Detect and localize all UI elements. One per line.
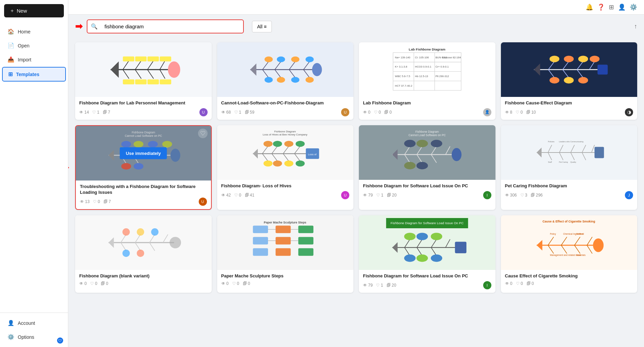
svg-text:Cannot Load Software on PC: Cannot Load Software on PC: [408, 133, 446, 137]
card5-meta: 👁 13 ♡ 0 🗐 7 U: [80, 198, 207, 206]
svg-point-67: [564, 56, 574, 62]
template-card-4[interactable]: Fishbone Cause-Effect Diagram 👁 8 ♡ 0 🗐 …: [501, 42, 638, 120]
card2-stats: 👁 68 ♡ 1 🗐 59: [221, 110, 254, 115]
card5-heart-icon[interactable]: ♡: [198, 129, 208, 138]
svg-point-104: [264, 141, 273, 147]
sidebar-item-home[interactable]: 🏠 Home: [2, 25, 66, 38]
svg-rect-167: [276, 237, 291, 244]
svg-text:Pet Caring: Pet Caring: [559, 161, 568, 163]
template-card-2[interactable]: Cannot-Load-Software-on-PC-Fishbone-Diag…: [217, 42, 354, 120]
card2-thumb: [217, 42, 354, 97]
card2-title: Cannot-Load-Software-on-PC-Fishbone-Diag…: [221, 100, 350, 106]
sidebar-open-label: Open: [18, 43, 29, 48]
svg-rect-170: [298, 237, 313, 244]
fishbone-svg-9: [82, 218, 205, 267]
sidebar-item-import[interactable]: 📥 Import: [2, 53, 66, 66]
sidebar-item-options[interactable]: ⚙️ Options 🛡: [2, 330, 66, 344]
settings-icon[interactable]: ⚙️: [630, 3, 637, 11]
svg-line-138: [560, 153, 563, 160]
card9-stats: 👁 0 ♡ 0 🗐 0: [79, 281, 108, 286]
svg-point-88: [121, 163, 131, 170]
template-card-10[interactable]: Paper Mache Sculpture Steps: [217, 215, 354, 293]
svg-point-105: [273, 141, 282, 147]
svg-line-61: [577, 61, 583, 70]
svg-rect-17: [148, 79, 159, 84]
svg-point-196: [593, 238, 604, 252]
svg-rect-130: [595, 147, 604, 158]
svg-line-22: [263, 61, 269, 70]
card8-likes: ♡ 3: [520, 193, 528, 198]
svg-line-7: [123, 70, 129, 78]
template-card-5[interactable]: Fishbone Diagram Cannot Load Software on…: [75, 125, 212, 210]
svg-rect-164: [253, 237, 268, 244]
topbar: 🔔 ❓ ⊞ 👤 ⚙️: [68, 0, 644, 15]
svg-point-115: [452, 148, 462, 161]
card12-title: Cause Effect of Cigarette Smoking: [505, 273, 633, 279]
sidebar-import-label: Import: [18, 57, 31, 62]
svg-text:Paper Mache Sculpture Steps: Paper Mache Sculpture Steps: [264, 220, 307, 224]
use-immediately-button[interactable]: Use immediately: [120, 147, 167, 159]
svg-line-132: [548, 145, 552, 153]
fishbone-svg-12: Cause & Effect of Cigarette Smoking: [507, 218, 630, 267]
filter-label: All ≡: [257, 24, 267, 29]
svg-text:Cannot Load Software on PC: Cannot Load Software on PC: [125, 134, 162, 138]
new-label: New: [17, 8, 27, 14]
svg-line-119: [431, 146, 437, 155]
sidebar-item-open[interactable]: 📄 Open: [2, 39, 66, 52]
scroll-top-button[interactable]: ↑: [634, 23, 637, 30]
svg-text:Policies: Policies: [548, 141, 555, 143]
card1-stats: 👁 14 ♡ 1 🗐 7: [79, 110, 110, 115]
sidebar-item-account[interactable]: 👤 Account: [2, 316, 66, 330]
card10-thumb: Paper Mache Sculpture Steps: [217, 215, 354, 270]
svg-marker-131: [537, 147, 542, 157]
svg-text:Method: Method: [576, 232, 584, 235]
svg-line-4: [135, 61, 141, 70]
card12-likes: ♡ 0: [516, 281, 523, 286]
svg-point-2: [168, 61, 180, 78]
svg-line-10: [160, 70, 165, 78]
grid-icon[interactable]: ⊞: [609, 3, 614, 11]
sidebar-item-templates[interactable]: ⊞ Templates ↑: [2, 67, 66, 82]
svg-text:Cause & Effect of Cigarette Sm: Cause & Effect of Cigarette Smoking: [543, 220, 595, 223]
card2-likes: ♡ 1: [234, 110, 241, 115]
template-card-6[interactable]: Fishbone Diagram Loss of Hives at Bee Ho…: [217, 125, 354, 210]
template-card-1[interactable]: Fishbone Diagram for Lab Personnel Manag…: [75, 42, 212, 120]
svg-text:Cl- 105-106: Cl- 105-106: [415, 56, 429, 59]
svg-text:Fishbone Diagram for Software : Fishbone Diagram for Software Load Issue…: [391, 221, 464, 225]
template-card-7[interactable]: Fishbone Diagram Cannot Load Software on…: [359, 125, 495, 210]
svg-line-3: [123, 61, 129, 70]
svg-line-28: [289, 70, 295, 78]
filter-button[interactable]: All ≡: [252, 21, 272, 32]
svg-line-153: [163, 234, 168, 243]
card3-title: Lab Fishbone Diagram: [363, 100, 491, 106]
template-card-3[interactable]: Lab Fishbone Diagram Na+ 139-140 Cl- 105…: [359, 42, 495, 120]
card8-meta: 👁 306 ♡ 3 🗐 296 J: [505, 191, 633, 199]
svg-text:Hb 12.5-13: Hb 12.5-13: [415, 75, 428, 78]
card8-stats: 👁 306 ♡ 3 🗐 296: [505, 193, 543, 198]
template-card-8[interactable]: Policies Leaders who Communicating Staff…: [501, 125, 638, 210]
svg-marker-21: [250, 63, 256, 76]
help-icon[interactable]: ❓: [597, 3, 605, 11]
card6-title: Fishbone Diagram- Loss of Hives: [221, 183, 350, 189]
template-card-9[interactable]: Fishbone Diagram (blank variant) 👁 0 ♡ 0…: [75, 215, 212, 293]
template-card-12[interactable]: Cause & Effect of Cigarette Smoking: [501, 215, 638, 293]
svg-line-186: [417, 247, 422, 256]
card1-copies: 🗐 7: [103, 110, 110, 115]
template-card-11[interactable]: Fishbone Diagram for Software Load Issue…: [359, 215, 495, 293]
content-area: Fishbone Diagram for Lab Personnel Manag…: [68, 38, 644, 347]
card4-thumb: [501, 42, 638, 97]
card7-copies: 🗐 20: [387, 193, 397, 198]
card11-meta: 👁 79 ♡ 1 🗐 20 I: [363, 281, 491, 289]
bell-icon[interactable]: 🔔: [586, 3, 593, 11]
user-icon[interactable]: 👤: [618, 3, 626, 11]
card12-copies: 🗐 0: [527, 281, 534, 286]
svg-line-200: [575, 237, 580, 245]
lab-fishbone-svg: Lab Fishbone Diagram Na+ 139-140 Cl- 105…: [366, 45, 489, 94]
search-input[interactable]: [100, 21, 242, 32]
sidebar: ＋ New 🏠 Home 📄 Open 📥 Import ⊞ Templates…: [0, 0, 68, 347]
svg-point-189: [417, 233, 428, 240]
card7-meta: 👁 79 ♡ 1 🗐 20 I: [363, 191, 491, 199]
svg-text:Staff: Staff: [548, 161, 552, 163]
new-button[interactable]: ＋ New: [4, 4, 64, 17]
svg-line-203: [561, 245, 567, 253]
